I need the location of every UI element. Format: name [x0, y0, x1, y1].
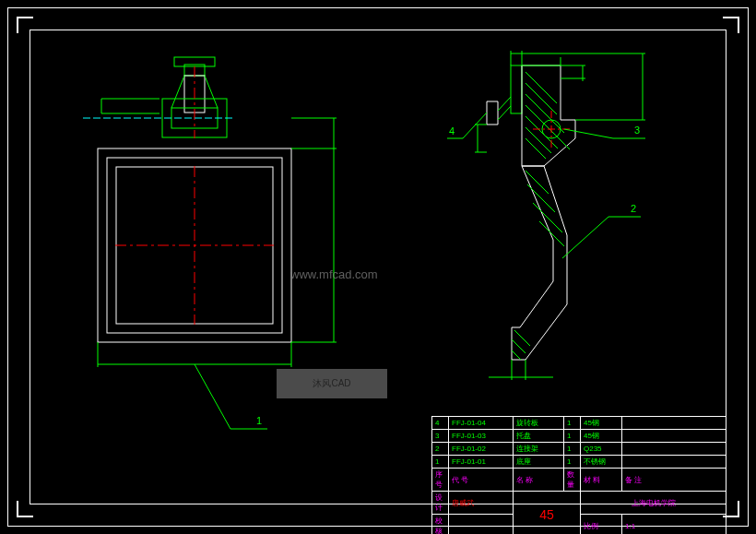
watermark-logo: 沐风CAD [277, 369, 387, 398]
svg-line-5 [171, 76, 184, 108]
bom-header: 序号代 号名 称数量材 料备 注 [432, 469, 726, 492]
svg-line-58 [512, 339, 526, 353]
svg-line-6 [205, 76, 218, 108]
svg-line-59 [512, 350, 521, 360]
section-view: 4 3 2 [447, 51, 645, 380]
bom-row: 3FFJ-01-03托盘145钢 [432, 430, 726, 443]
svg-line-38 [463, 113, 487, 138]
leader-1: 1 [256, 415, 262, 426]
svg-line-54 [527, 184, 555, 212]
svg-line-25 [195, 364, 230, 429]
svg-line-57 [514, 330, 530, 346]
bom-row: 2FFJ-01-02连接架1Q235 [432, 443, 726, 456]
title-block: 4 FFJ-01-04 旋转板 1 45钢 3FFJ-01-03托盘145钢 2… [431, 416, 726, 504]
svg-line-42 [564, 129, 613, 138]
svg-line-31 [526, 105, 570, 149]
svg-line-60 [562, 217, 608, 258]
svg-line-33 [526, 127, 551, 153]
bom-row: 4 FFJ-01-04 旋转板 1 45钢 [432, 417, 726, 430]
watermark-text: www.mfcad.com [290, 267, 378, 281]
svg-line-56 [539, 221, 564, 246]
leader-4: 4 [449, 125, 455, 136]
svg-rect-27 [511, 65, 522, 113]
svg-line-34 [526, 138, 546, 159]
leader-3: 3 [634, 125, 640, 136]
leader-2: 2 [631, 203, 636, 214]
svg-line-30 [526, 94, 564, 133]
bom-row: 1FFJ-01-01底座1不锈钢 [432, 456, 726, 469]
